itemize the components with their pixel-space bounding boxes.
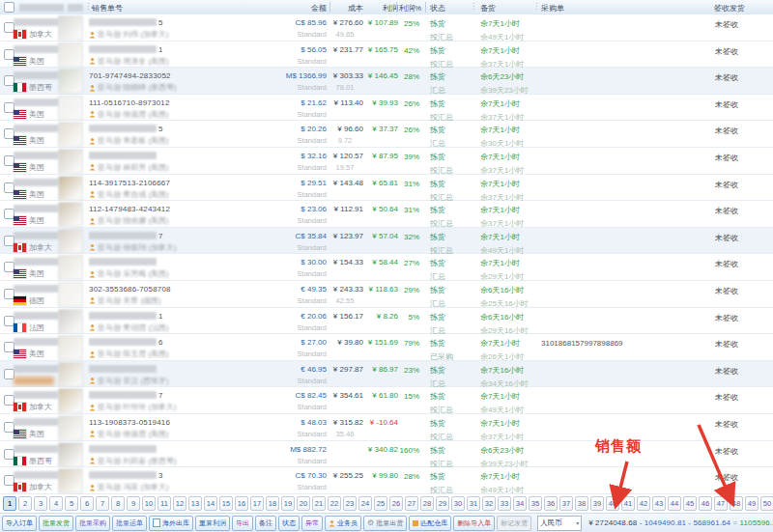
table-row[interactable]: 美国亚马逊 乐芳梅 (美国)$ 30.00Standard¥ 154.33¥ 5… — [0, 254, 773, 281]
select-all-checkbox[interactable] — [4, 2, 14, 13]
toolbar-button[interactable]: 重算利润 — [195, 516, 230, 531]
product-thumbnail[interactable] — [58, 42, 83, 68]
page-button[interactable]: 9 — [127, 496, 140, 511]
table-row[interactable]: 美国5亚马逊 朱老板 (美国)$ 20.26Standard¥ 96.609.7… — [0, 121, 773, 148]
toolbar-button[interactable]: 状态 — [278, 516, 300, 531]
table-row[interactable]: 墨西哥701-9747494-2833052亚马逊 陆晓峰 (墨西哥)M$ 13… — [0, 68, 773, 95]
page-button[interactable]: 2 — [18, 496, 32, 511]
page-button[interactable]: 4 — [49, 496, 63, 511]
currency-select[interactable]: 人民币▾ — [537, 516, 582, 531]
page-button[interactable]: 10 — [142, 496, 156, 511]
product-thumbnail[interactable] — [58, 255, 83, 280]
toolbar-button[interactable]: 批量发货 — [39, 516, 73, 531]
toolbar-button[interactable]: 海外出库 — [149, 516, 193, 531]
page-button[interactable]: 31 — [467, 496, 480, 511]
column-handle-icon[interactable]: ⋮ — [470, 2, 477, 11]
toolbar-button[interactable]: 导入订单 — [2, 516, 37, 531]
product-thumbnail[interactable] — [58, 229, 83, 254]
table-row[interactable]: 亚马逊 章汉 (西班牙)€ 46.95Standard¥ 297.87¥ 86.… — [0, 361, 773, 388]
page-button[interactable]: 8 — [111, 496, 125, 511]
page-button[interactable]: 28 — [420, 496, 434, 511]
header-profit[interactable]: 利润 — [363, 3, 398, 14]
product-thumbnail[interactable] — [58, 15, 83, 41]
page-button[interactable]: 29 — [436, 496, 449, 511]
header-profit-rate[interactable]: 利润% — [396, 3, 421, 14]
page-button[interactable]: 41 — [621, 496, 635, 511]
header-order-no[interactable]: 销售单号 — [92, 3, 123, 14]
table-row[interactable]: 美国亚马逊 林莉芳 (美国)$ 32.16Standard¥ 120.5719.… — [0, 148, 773, 175]
page-button[interactable]: 34 — [513, 496, 527, 511]
table-row[interactable]: 加拿大3亚马逊 冯英 (加拿大)C$ 70.30Standard¥ 255.25… — [0, 467, 773, 494]
page-button[interactable]: 26 — [389, 496, 403, 511]
table-row[interactable]: 美国112-1479483-4243412亚马逊 陆依娜 (美国)$ 23.06… — [0, 201, 773, 228]
toolbar-button[interactable]: 备注 — [255, 516, 276, 531]
order-number[interactable]: 701-9747494-2833052 — [89, 71, 171, 80]
product-thumbnail[interactable] — [58, 96, 83, 121]
product-thumbnail[interactable] — [58, 282, 83, 307]
page-button[interactable]: 14 — [204, 496, 217, 511]
column-handle-icon[interactable]: ⋮ — [532, 2, 540, 11]
page-button[interactable]: 46 — [699, 496, 712, 511]
page-button[interactable]: 39 — [590, 496, 604, 511]
page-button[interactable]: 27 — [405, 496, 418, 511]
product-thumbnail[interactable] — [58, 468, 83, 493]
page-button[interactable]: 11 — [157, 496, 171, 511]
page-button[interactable]: 36 — [544, 496, 558, 511]
page-button[interactable]: 20 — [297, 496, 310, 511]
product-thumbnail[interactable] — [58, 202, 83, 227]
toolbar-button[interactable]: 业务员 — [325, 516, 361, 531]
product-thumbnail[interactable] — [58, 122, 83, 147]
page-button[interactable]: 49 — [745, 496, 759, 511]
page-button[interactable]: 19 — [281, 496, 295, 511]
page-button[interactable]: 37 — [559, 496, 573, 511]
table-row[interactable]: 法国1亚马逊 黄绍霞 (法国)€ 20.06Standard¥ 156.17¥ … — [0, 308, 773, 335]
page-button[interactable]: 35 — [529, 496, 542, 511]
page-button[interactable]: 25 — [374, 496, 387, 511]
page-button[interactable]: 5 — [65, 496, 78, 511]
order-number[interactable]: 113-1908373-0519416 — [89, 418, 170, 427]
product-thumbnail[interactable] — [58, 309, 83, 334]
page-button[interactable]: 48 — [730, 496, 743, 511]
page-button[interactable]: 17 — [250, 496, 264, 511]
page-button[interactable]: 6 — [80, 496, 94, 511]
order-number[interactable]: 111-0516710-8973012 — [89, 98, 170, 107]
table-row[interactable]: 美国6亚马逊 陈玉霞 (美国)$ 27.00Standard¥ 39.80¥ 1… — [0, 334, 773, 361]
toolbar-button[interactable]: 异常 — [301, 516, 323, 531]
toolbar-button[interactable]: ⚙批量出货 — [363, 516, 407, 531]
page-button[interactable]: 38 — [575, 496, 588, 511]
product-thumbnail[interactable] — [58, 362, 83, 387]
table-row[interactable]: 美国113-1908373-0519416亚马逊 徐淑霞 (美国)$ 48.03… — [0, 414, 773, 441]
table-row[interactable]: 墨西哥亚马逊 刘莉姿 (墨西哥)M$ 882.72Standard¥ 340.8… — [0, 441, 773, 468]
table-row[interactable]: 加拿大5亚马逊 刘伟 (加拿大)C$ 85.96Standard¥ 276.60… — [0, 14, 773, 42]
page-button[interactable]: 50 — [760, 496, 773, 511]
toolbar-button[interactable]: 删除导入单 — [453, 516, 495, 531]
table-row[interactable]: 加拿大7亚马逊 叶玲玲 (加拿大)C$ 82.45Standard¥ 354.6… — [0, 387, 773, 414]
header-amount[interactable]: 金额 — [232, 3, 327, 14]
page-button[interactable]: 16 — [235, 496, 248, 511]
page-button[interactable]: 1 — [3, 496, 16, 511]
product-thumbnail[interactable] — [58, 69, 83, 94]
page-button[interactable]: 42 — [637, 496, 650, 511]
order-number[interactable]: 112-1479483-4243412 — [89, 205, 170, 213]
toolbar-button[interactable]: 标记发货 — [497, 516, 531, 531]
product-thumbnail[interactable] — [58, 388, 83, 413]
page-button[interactable]: 3 — [34, 496, 47, 511]
product-thumbnail[interactable] — [58, 335, 83, 360]
page-button[interactable]: 15 — [219, 496, 233, 511]
page-button[interactable]: 7 — [96, 496, 109, 511]
header-stock[interactable]: 备货 — [480, 3, 496, 14]
page-button[interactable]: 40 — [606, 496, 619, 511]
toolbar-button[interactable]: 批量运单 — [112, 516, 147, 531]
page-button[interactable]: 44 — [668, 496, 681, 511]
page-button[interactable]: 47 — [714, 496, 728, 511]
toolbar-button[interactable]: 导出 — [232, 516, 253, 531]
page-button[interactable]: 22 — [328, 496, 341, 511]
product-thumbnail[interactable] — [58, 415, 83, 440]
header-cost[interactable]: 成本 — [327, 3, 363, 14]
page-button[interactable]: 12 — [173, 496, 186, 511]
product-thumbnail[interactable] — [58, 442, 83, 467]
page-button[interactable]: 13 — [188, 496, 202, 511]
toolbar-button[interactable]: 批量采购 — [75, 516, 110, 531]
page-button[interactable]: 21 — [312, 496, 326, 511]
page-button[interactable]: 23 — [343, 496, 357, 511]
